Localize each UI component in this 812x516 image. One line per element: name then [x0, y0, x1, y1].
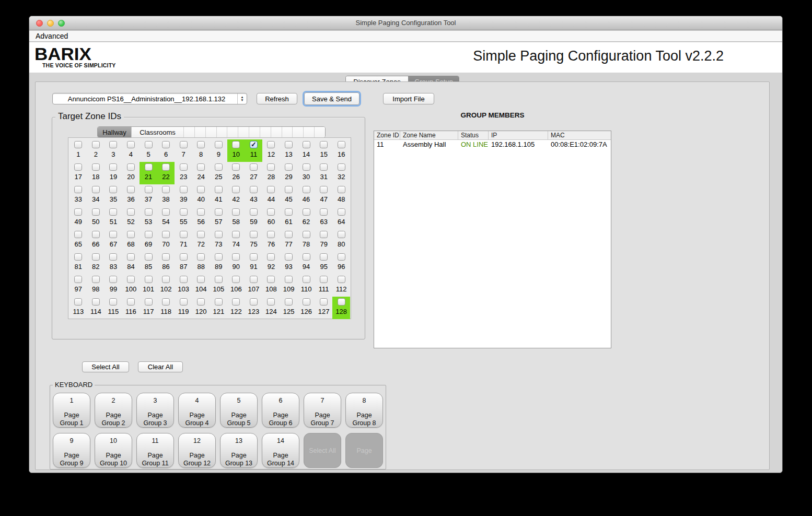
- zone-checkbox-106[interactable]: [232, 276, 240, 283]
- page-group-key-8[interactable]: 8PageGroup 8: [345, 393, 383, 428]
- zone-checkbox-72[interactable]: [197, 231, 205, 238]
- zone-checkbox-117[interactable]: [145, 298, 153, 306]
- zone-checkbox-67[interactable]: [109, 231, 117, 238]
- zone-checkbox-48[interactable]: [338, 186, 345, 193]
- zone-tab-empty[interactable]: [216, 127, 227, 137]
- zone-checkbox-9[interactable]: [215, 141, 223, 148]
- zone-checkbox-99[interactable]: [109, 276, 117, 283]
- zone-checkbox-16[interactable]: [338, 141, 345, 148]
- device-select[interactable]: Annuncicom PS16__Administration__192.168…: [52, 93, 247, 104]
- zone-checkbox-7[interactable]: [180, 141, 188, 148]
- zone-checkbox-113[interactable]: [74, 298, 82, 306]
- zone-checkbox-127[interactable]: [320, 298, 328, 306]
- zone-checkbox-70[interactable]: [162, 231, 170, 238]
- zone-checkbox-112[interactable]: [338, 276, 345, 283]
- zone-checkbox-118[interactable]: [162, 298, 170, 306]
- zone-checkbox-39[interactable]: [180, 186, 188, 193]
- combo-stepper-icon[interactable]: ▲▼: [237, 93, 247, 104]
- refresh-button[interactable]: Refresh: [257, 93, 297, 104]
- zone-checkbox-20[interactable]: [127, 163, 135, 171]
- column-header-status[interactable]: Status: [458, 131, 489, 139]
- zone-checkbox-1[interactable]: [74, 141, 82, 148]
- zone-checkbox-24[interactable]: [197, 163, 205, 171]
- clear-all-zones-button[interactable]: Clear All: [138, 361, 183, 372]
- zone-tab-hallway[interactable]: Hallway: [98, 127, 131, 137]
- zone-checkbox-5[interactable]: [145, 141, 153, 148]
- zone-checkbox-21[interactable]: [145, 163, 153, 171]
- zone-checkbox-71[interactable]: [180, 231, 188, 238]
- zone-checkbox-62[interactable]: [303, 208, 310, 216]
- zone-checkbox-11[interactable]: ✓: [250, 141, 258, 148]
- page-group-key-1[interactable]: 1PageGroup 1: [53, 393, 90, 428]
- zone-checkbox-122[interactable]: [232, 298, 240, 306]
- zone-checkbox-28[interactable]: [267, 163, 275, 171]
- zone-checkbox-13[interactable]: [285, 141, 293, 148]
- zone-checkbox-14[interactable]: [303, 141, 310, 148]
- zone-checkbox-93[interactable]: [285, 253, 293, 261]
- zone-checkbox-58[interactable]: [232, 208, 240, 216]
- zone-checkbox-63[interactable]: [320, 208, 328, 216]
- zone-checkbox-17[interactable]: [74, 163, 82, 171]
- zone-checkbox-128[interactable]: [338, 298, 345, 306]
- zone-checkbox-64[interactable]: [338, 208, 345, 216]
- zone-checkbox-31[interactable]: [320, 163, 328, 171]
- zone-checkbox-61[interactable]: [285, 208, 293, 216]
- zone-checkbox-47[interactable]: [320, 186, 328, 193]
- zone-checkbox-96[interactable]: [338, 253, 345, 261]
- zone-tab-empty[interactable]: [194, 127, 205, 137]
- zone-checkbox-10[interactable]: [232, 141, 240, 148]
- zone-checkbox-26[interactable]: [232, 163, 240, 171]
- zone-checkbox-87[interactable]: [180, 253, 188, 261]
- zone-checkbox-55[interactable]: [180, 208, 188, 216]
- page-group-key-3[interactable]: 3PageGroup 3: [136, 393, 174, 428]
- zone-checkbox-119[interactable]: [180, 298, 188, 306]
- zone-tab-empty[interactable]: [249, 127, 260, 137]
- zone-checkbox-100[interactable]: [127, 276, 135, 283]
- zone-checkbox-125[interactable]: [285, 298, 293, 306]
- zone-checkbox-54[interactable]: [162, 208, 170, 216]
- page-group-key-4[interactable]: 4PageGroup 4: [178, 393, 216, 428]
- page-group-key-12[interactable]: 12PageGroup 12: [178, 433, 216, 468]
- zone-checkbox-126[interactable]: [303, 298, 310, 306]
- zone-checkbox-43[interactable]: [250, 186, 258, 193]
- zone-checkbox-8[interactable]: [197, 141, 205, 148]
- zone-checkbox-69[interactable]: [145, 231, 153, 238]
- page-group-key-9[interactable]: 9PageGroup 9: [53, 433, 90, 468]
- zone-checkbox-86[interactable]: [162, 253, 170, 261]
- zone-checkbox-107[interactable]: [250, 276, 258, 283]
- zone-checkbox-75[interactable]: [250, 231, 258, 238]
- zone-checkbox-81[interactable]: [74, 253, 82, 261]
- zone-checkbox-102[interactable]: [162, 276, 170, 283]
- table-row[interactable]: 11Assembly HallON LINE192.168.1.10500:08…: [374, 140, 611, 150]
- zone-checkbox-32[interactable]: [338, 163, 345, 171]
- zone-checkbox-77[interactable]: [285, 231, 293, 238]
- zone-checkbox-68[interactable]: [127, 231, 135, 238]
- zone-checkbox-46[interactable]: [303, 186, 310, 193]
- zone-tab-empty[interactable]: [183, 127, 194, 137]
- zone-checkbox-59[interactable]: [250, 208, 258, 216]
- zone-checkbox-40[interactable]: [197, 186, 205, 193]
- zone-checkbox-88[interactable]: [197, 253, 205, 261]
- zone-checkbox-123[interactable]: [250, 298, 258, 306]
- zone-checkbox-91[interactable]: [250, 253, 258, 261]
- zone-checkbox-52[interactable]: [127, 208, 135, 216]
- zone-checkbox-115[interactable]: [109, 298, 117, 306]
- zone-checkbox-104[interactable]: [197, 276, 205, 283]
- zone-tab-empty[interactable]: [227, 127, 238, 137]
- zone-checkbox-50[interactable]: [92, 208, 100, 216]
- zone-tab-empty[interactable]: [238, 127, 249, 137]
- zone-checkbox-124[interactable]: [267, 298, 275, 306]
- zone-checkbox-114[interactable]: [92, 298, 100, 306]
- save-send-button[interactable]: Save & Send: [304, 92, 359, 105]
- page-group-key-10[interactable]: 10PageGroup 10: [95, 433, 132, 468]
- page-group-key-13[interactable]: 13PageGroup 13: [220, 433, 258, 468]
- column-header-zone-name[interactable]: Zone Name: [400, 131, 458, 139]
- zone-checkbox-29[interactable]: [285, 163, 293, 171]
- zone-checkbox-60[interactable]: [267, 208, 275, 216]
- zone-checkbox-25[interactable]: [215, 163, 223, 171]
- zone-checkbox-65[interactable]: [74, 231, 82, 238]
- page-group-key-7[interactable]: 7PageGroup 7: [304, 393, 341, 428]
- zone-checkbox-36[interactable]: [127, 186, 135, 193]
- column-header-zone-id[interactable]: Zone ID: [374, 131, 400, 139]
- page-group-key-6[interactable]: 6PageGroup 6: [262, 393, 299, 428]
